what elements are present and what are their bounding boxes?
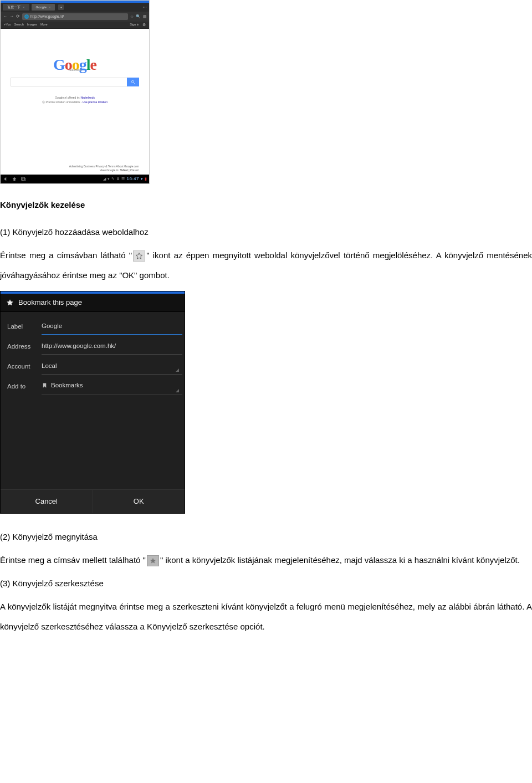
list-item-1-label: (1) Könyvjelző hozzáadása weboldalhoz [0,222,532,242]
magnifier-icon [131,80,135,84]
status-icon: ⬇ [116,176,120,183]
account-dropdown[interactable]: Local [42,358,182,375]
globe-icon: 🌐 [24,13,29,20]
new-tab-button[interactable]: + [58,4,64,10]
label-label: Label [3,321,42,332]
offered-lang-link[interactable]: Nederlands [80,96,95,99]
addto-label: Add to [3,381,42,392]
google-top-bar: +You Search Images More Sign in ⚙ [1,22,149,29]
star-outline-icon [133,250,145,262]
dialog-title-text: Bookmark this page [18,296,82,309]
topbar-more[interactable]: More [40,22,48,28]
url-text: http://www.google.nl/ [30,13,64,20]
svg-line-1 [134,83,135,84]
precise-location-link[interactable]: Use precise location [83,100,108,104]
bookmarks-icon[interactable]: ▤ [143,13,147,21]
url-field[interactable]: 🌐 http://www.google.nl/ [22,13,128,20]
android-back-icon[interactable] [3,176,8,182]
android-recent-icon[interactable] [21,176,26,182]
topbar-images[interactable]: Images [27,22,37,28]
google-search-button[interactable] [127,78,139,86]
screenshot-bookmark-dialog: Bookmark this page Label Google Address … [0,291,185,514]
browser-tab-inactive[interactable]: 百度一下× [3,4,29,11]
browser-menu-icon[interactable]: ⋮ [142,5,147,10]
address-label: Address [3,341,42,352]
svg-point-0 [131,80,134,83]
browser-tab-strip: 百度一下× Google× + ⋮ [1,3,149,12]
android-nav-bar: ◢ ▾ ✎ ⬇ ☰ 16:47 ▾ ▮ [1,175,149,183]
section-heading: Könyvjelzők kezelése [0,197,532,212]
dialog-title-bar: Bookmark this page [1,294,185,312]
browser-tab-active[interactable]: Google× [32,4,55,11]
google-logo: Google [53,51,96,79]
address-field[interactable]: http://www.google.com.hk/ [42,338,182,355]
google-country-label: Nederland [68,68,81,73]
label-field[interactable]: Google [42,318,182,335]
star-filled-icon [6,299,14,306]
bookmarks-star-icon [147,555,159,566]
status-icon: ◢ [103,176,106,183]
status-icon: ☰ [121,176,125,183]
screenshot-google-browser: 百度一下× Google× + ⋮ ← → ⟳ 🌐 http://www.goo… [0,0,150,184]
paragraph-3: A könyvjelzők listáját megnyitva érintse… [0,597,532,637]
back-icon[interactable]: ← [3,13,7,21]
list-item-3-label: (3) Könyvjelző szerkesztése [0,574,532,593]
paragraph-1: Érintse meg a címsávban látható "" ikont… [0,245,532,285]
bookmark-icon [42,382,48,388]
account-label: Account [3,361,42,372]
ok-button[interactable]: OK [93,490,185,513]
android-home-icon[interactable] [12,176,17,182]
battery-icon: ▮ [145,176,147,183]
status-icon: ✎ [111,176,115,183]
topbar-search[interactable]: Search [14,22,24,28]
paragraph-2: Érintse meg a címsáv mellett található "… [0,550,532,570]
gear-icon[interactable]: ⚙ [142,22,146,29]
status-icon: ▾ [108,176,110,183]
topbar-you[interactable]: +You [4,22,11,28]
star-icon[interactable]: ☆ [130,13,134,21]
reload-icon[interactable]: ⟳ [16,13,20,21]
forward-icon[interactable]: → [9,13,14,21]
browser-url-bar: ← → ⟳ 🌐 http://www.google.nl/ ☆ 🔍 ▤ [1,12,149,22]
search-icon[interactable]: 🔍 [136,13,141,21]
status-clock: 16:47 [126,175,139,183]
cancel-button[interactable]: Cancel [1,490,93,513]
list-item-2-label: (2) Könyvjelző megnyitása [0,527,532,547]
precise-location-text: ⓘ Precise location unavailable - Use pre… [1,100,149,105]
google-footer-links: Advertising Business Privacy & Terms Abo… [69,165,139,172]
google-search-input[interactable] [11,78,127,86]
wifi-icon: ▾ [141,176,143,183]
addto-dropdown[interactable]: Bookmarks [42,377,182,395]
status-tray: ◢ ▾ ✎ ⬇ ☰ 16:47 ▾ ▮ [103,175,147,183]
topbar-signin[interactable]: Sign in [130,22,139,28]
